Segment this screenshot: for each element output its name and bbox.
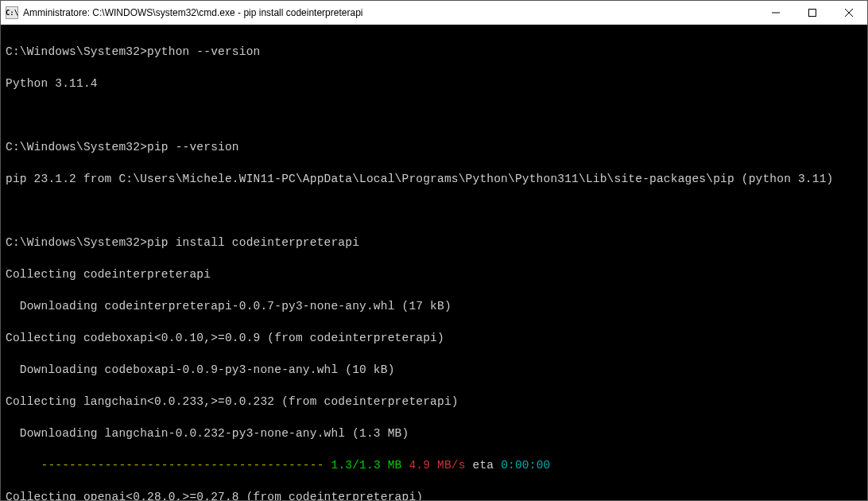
- command-text: python --version: [147, 45, 260, 58]
- cmd-window: C:\ Amministratore: C:\WINDOWS\system32\…: [0, 0, 868, 501]
- close-button[interactable]: [831, 1, 867, 25]
- window-controls: [758, 1, 867, 25]
- cmd-icon: C:\: [6, 6, 18, 19]
- titlebar[interactable]: C:\ Amministratore: C:\WINDOWS\system32\…: [1, 1, 867, 25]
- terminal-line: Collecting openai<0.28.0,>=0.27.8 (from …: [6, 489, 862, 500]
- terminal-viewport[interactable]: C:\Windows\System32>python --version Pyt…: [1, 25, 867, 500]
- terminal-line: C:\Windows\System32>pip install codeinte…: [6, 235, 862, 250]
- terminal-line: C:\Windows\System32>pip --version: [6, 139, 862, 155]
- terminal-line: C:\Windows\System32>python --version: [6, 44, 862, 60]
- prompt: C:\Windows\System32>: [6, 236, 147, 249]
- progress-line: ----------------------------------------…: [6, 457, 862, 473]
- terminal-line: [6, 107, 862, 123]
- terminal-line: Downloading langchain-0.0.232-py3-none-a…: [6, 425, 862, 441]
- progress-speed: 4.9 MB/s: [409, 459, 472, 472]
- minimize-button[interactable]: [758, 1, 794, 25]
- progress-eta: 0:00:00: [501, 459, 550, 472]
- terminal-line: Collecting codeboxapi<0.0.10,>=0.0.9 (fr…: [6, 330, 862, 346]
- prompt: C:\Windows\System32>: [6, 45, 147, 58]
- close-icon: [845, 9, 853, 17]
- progress-bar: ----------------------------------------: [41, 459, 331, 472]
- terminal-line: Downloading codeinterpreterapi-0.0.7-py3…: [6, 298, 862, 314]
- prompt: C:\Windows\System32>: [6, 141, 147, 153]
- terminal-line: Collecting codeinterpreterapi: [6, 266, 862, 282]
- command-text: pip install codeinterpreterapi: [147, 236, 359, 249]
- terminal-line: Downloading codeboxapi-0.0.9-py3-none-an…: [6, 362, 862, 378]
- progress-eta-label: eta: [473, 459, 502, 472]
- minimize-icon: [772, 9, 780, 17]
- terminal-line: Collecting langchain<0.0.233,>=0.0.232 (…: [6, 394, 862, 410]
- terminal-line: pip 23.1.2 from C:\Users\Michele.WIN11-P…: [6, 171, 862, 187]
- terminal-line: Python 3.11.4: [6, 76, 862, 91]
- terminal-line: [6, 203, 862, 219]
- maximize-button[interactable]: [794, 1, 831, 25]
- svg-rect-1: [809, 10, 816, 17]
- maximize-icon: [808, 9, 816, 17]
- progress-size: 1.3/1.3 MB: [331, 459, 409, 472]
- window-title: Amministratore: C:\WINDOWS\system32\cmd.…: [23, 7, 758, 18]
- command-text: pip --version: [147, 141, 239, 153]
